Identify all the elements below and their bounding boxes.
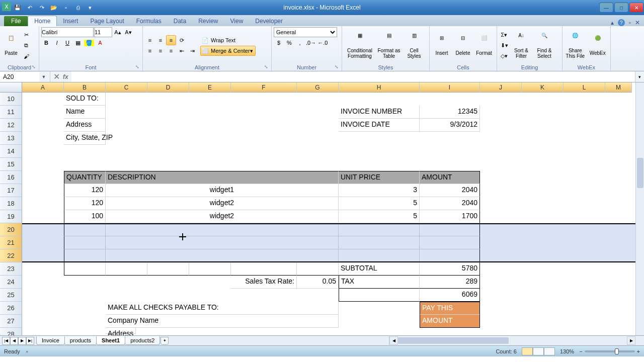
tab-formulas[interactable]: Formulas bbox=[130, 16, 168, 26]
alignment-launcher-icon[interactable]: ⤡ bbox=[264, 64, 268, 69]
conditional-formatting-button[interactable]: ▦Conditional Formatting bbox=[344, 30, 375, 61]
tab-home[interactable]: Home bbox=[28, 16, 57, 26]
cell-company[interactable]: Company Name bbox=[106, 315, 339, 328]
fill-button[interactable]: ⬇▾ bbox=[499, 41, 509, 51]
cell-styles-button[interactable]: ▥Cell Styles bbox=[403, 30, 426, 61]
sheet-tab-products2[interactable]: products2 bbox=[125, 336, 160, 345]
tab-view[interactable]: View bbox=[224, 16, 250, 26]
underline-button[interactable]: U bbox=[62, 38, 72, 48]
cell-qty-17[interactable]: 120 bbox=[64, 184, 106, 197]
cell-address[interactable]: Address bbox=[64, 119, 106, 132]
bold-button[interactable]: B bbox=[41, 38, 51, 48]
column-header-D[interactable]: D bbox=[147, 82, 189, 93]
row-header-15[interactable]: 15 bbox=[0, 158, 22, 171]
minimize-ribbon-icon[interactable]: ▴ bbox=[611, 19, 614, 26]
cell-price-21[interactable] bbox=[339, 236, 420, 249]
maximize-button[interactable]: □ bbox=[614, 3, 628, 13]
cell-D23[interactable] bbox=[147, 262, 189, 276]
increase-indent-button[interactable]: ⇥ bbox=[187, 46, 197, 56]
normal-view-button[interactable] bbox=[522, 347, 533, 355]
sheet-tab-invoice[interactable]: Invoice bbox=[36, 336, 65, 345]
orientation-button[interactable]: ⟳ bbox=[177, 35, 187, 45]
font-size-combo[interactable] bbox=[94, 27, 112, 37]
cell-price-18[interactable]: 5 bbox=[339, 197, 420, 210]
cell-qty-19[interactable]: 100 bbox=[64, 210, 106, 223]
qa-new-icon[interactable]: ▫ bbox=[60, 2, 71, 13]
clear-button[interactable]: ◇▾ bbox=[499, 51, 509, 61]
help-icon[interactable]: ? bbox=[618, 19, 625, 26]
cell-qty-22[interactable] bbox=[64, 249, 106, 262]
row-header-19[interactable]: 19 bbox=[0, 210, 22, 223]
shrink-font-button[interactable]: A▾ bbox=[123, 27, 133, 37]
cell-F23[interactable] bbox=[231, 262, 297, 276]
clipboard-launcher-icon[interactable]: ⤡ bbox=[32, 64, 36, 69]
formula-input[interactable] bbox=[71, 71, 635, 82]
font-color-button[interactable]: A bbox=[95, 38, 105, 48]
cell-amt-20[interactable] bbox=[420, 223, 480, 236]
row-header-10[interactable]: 10 bbox=[0, 93, 22, 106]
row-header-14[interactable]: 14 bbox=[0, 145, 22, 158]
cell-tax-rate[interactable]: 0.05 bbox=[297, 276, 339, 289]
cut-button[interactable]: ✂ bbox=[21, 30, 31, 40]
row-header-16[interactable]: 16 bbox=[0, 171, 22, 184]
cell-amt-21[interactable] bbox=[420, 236, 480, 249]
cell-inv-date[interactable]: 9/3/2012 bbox=[420, 119, 480, 132]
cell-inv-num[interactable]: 12345 bbox=[420, 106, 480, 119]
vertical-scroll-thumb[interactable] bbox=[637, 158, 643, 188]
column-header-L[interactable]: L bbox=[564, 82, 605, 93]
column-header-A[interactable]: A bbox=[22, 82, 64, 93]
page-layout-view-button[interactable] bbox=[533, 347, 544, 355]
file-tab[interactable]: File bbox=[4, 16, 28, 26]
cell-paythis-1[interactable]: PAY THIS bbox=[420, 302, 480, 315]
row-header-22[interactable]: 22 bbox=[0, 249, 22, 262]
column-header-F[interactable]: F bbox=[231, 82, 297, 93]
cell-amt-19[interactable]: 1700 bbox=[420, 210, 480, 223]
column-header-I[interactable]: I bbox=[420, 82, 480, 93]
tab-review[interactable]: Review bbox=[192, 16, 224, 26]
cell-tax-label[interactable]: TAX bbox=[339, 276, 420, 289]
prev-sheet-button[interactable]: ◀ bbox=[10, 337, 18, 345]
sheet-tab-products[interactable]: products bbox=[64, 336, 97, 345]
zoom-level[interactable]: 130% bbox=[560, 348, 574, 354]
number-launcher-icon[interactable]: ⤡ bbox=[335, 64, 339, 69]
cell-csz[interactable]: City, State, ZIP bbox=[64, 132, 106, 145]
cell-amt-17[interactable]: 2040 bbox=[420, 184, 480, 197]
scroll-left-button[interactable]: ◀ bbox=[389, 336, 398, 345]
qa-open-icon[interactable]: 📂 bbox=[48, 2, 59, 13]
column-header-E[interactable]: E bbox=[189, 82, 231, 93]
cell-C23[interactable] bbox=[106, 262, 147, 276]
cell-qty-20[interactable] bbox=[64, 223, 106, 236]
restore-window-icon[interactable]: ▫ bbox=[629, 19, 631, 26]
qa-undo-icon[interactable]: ↶ bbox=[24, 2, 35, 13]
comma-button[interactable]: , bbox=[295, 38, 305, 48]
cell-subtotal[interactable]: 5780 bbox=[420, 262, 480, 276]
cell-G23[interactable] bbox=[297, 262, 339, 276]
column-header-H[interactable]: H bbox=[339, 82, 420, 93]
qa-redo-icon[interactable]: ↷ bbox=[36, 2, 47, 13]
wrap-text-button[interactable]: 📄 Wrap Text bbox=[200, 35, 256, 45]
cell-E23[interactable] bbox=[189, 262, 231, 276]
cell-hdr-unit[interactable]: UNIT PRICE bbox=[339, 171, 420, 184]
cell-qty-21[interactable] bbox=[64, 236, 106, 249]
new-sheet-button[interactable]: ✦ bbox=[160, 337, 169, 345]
align-bottom-button[interactable]: ≡ bbox=[166, 35, 176, 45]
share-file-button[interactable]: 🌐Share This File bbox=[565, 30, 586, 61]
row-header-24[interactable]: 24 bbox=[0, 276, 22, 289]
cell-name[interactable]: Name bbox=[64, 106, 106, 119]
cell-price-20[interactable] bbox=[339, 223, 420, 236]
delete-cells-button[interactable]: ⊟Delete bbox=[453, 30, 473, 61]
cell-inv-date-label[interactable]: INVOICE DATE bbox=[339, 119, 420, 132]
column-header-J[interactable]: J bbox=[480, 82, 522, 93]
zoom-slider[interactable] bbox=[585, 350, 635, 352]
format-as-table-button[interactable]: ▤Format as Table bbox=[376, 30, 401, 61]
align-top-button[interactable]: ≡ bbox=[145, 35, 155, 45]
cell-hdr-amt[interactable]: AMOUNT bbox=[420, 171, 480, 184]
currency-button[interactable]: $ bbox=[274, 38, 284, 48]
cell-sold-to[interactable]: SOLD TO: bbox=[64, 93, 106, 106]
minimize-button[interactable]: — bbox=[599, 3, 613, 13]
page-break-view-button[interactable] bbox=[544, 347, 555, 355]
autosum-button[interactable]: Σ▾ bbox=[499, 30, 509, 40]
expand-formula-bar-icon[interactable]: ▾ bbox=[635, 71, 644, 82]
tab-page-layout[interactable]: Page Layout bbox=[84, 16, 130, 26]
tab-insert[interactable]: Insert bbox=[57, 16, 84, 26]
